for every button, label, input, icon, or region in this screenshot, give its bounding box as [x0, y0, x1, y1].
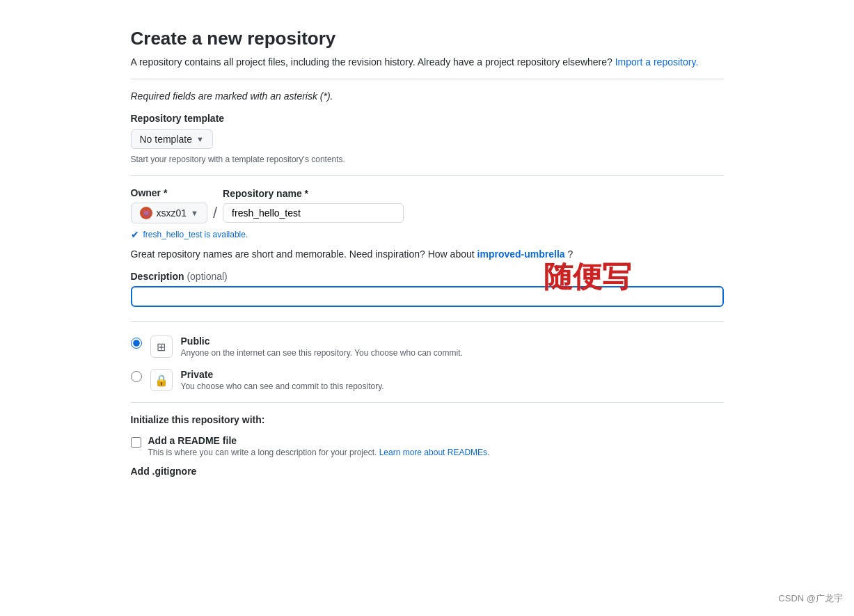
readme-content: Add a README file This is where you can … — [148, 435, 724, 457]
availability-text: fresh_hello_test is available. — [143, 230, 248, 239]
readme-title: Add a README file — [148, 435, 724, 446]
divider-top — [131, 79, 724, 79]
template-selected-value: No template — [140, 134, 192, 145]
readme-checkbox[interactable] — [131, 437, 141, 448]
inspiration-text: Great repository names are short and mem… — [131, 248, 724, 260]
template-section: Repository template No template ▼ Start … — [131, 113, 724, 164]
owner-avatar: 👾 — [140, 207, 152, 219]
private-content: Private You choose who can see and commi… — [181, 369, 724, 391]
page-subtitle: A repository contains all project files,… — [131, 56, 724, 68]
private-label: Private — [181, 369, 724, 380]
gitignore-section: Add .gitignore — [131, 466, 724, 477]
init-section: Initialize this repository with: Add a R… — [131, 414, 724, 457]
availability-message: ✔ fresh_hello_test is available. — [131, 229, 724, 240]
repo-column: Repository name * — [223, 188, 404, 223]
owner-column: Owner * 👾 xsxz01 ▼ — [131, 187, 207, 223]
owner-label: Owner * — [131, 187, 207, 198]
import-link[interactable]: Import a repository. — [615, 56, 699, 68]
optional-text: (optional) — [187, 271, 227, 282]
private-radio[interactable] — [131, 371, 142, 382]
gitignore-label: Add .gitignore — [131, 466, 724, 477]
readme-description: This is where you can write a long descr… — [148, 448, 724, 457]
readme-learn-more-link[interactable]: Learn more about READMEs. — [379, 448, 490, 457]
public-label: Public — [181, 335, 724, 347]
divider-description — [131, 321, 724, 322]
required-note: Required fields are marked with an aster… — [131, 90, 724, 102]
private-option: 🔒 Private You choose who can see and com… — [131, 369, 724, 391]
public-description: Anyone on the internet can see this repo… — [181, 348, 724, 358]
check-icon: ✔ — [131, 229, 139, 240]
public-radio[interactable] — [131, 338, 142, 349]
lock-icon: 🔒 — [150, 369, 173, 391]
owner-repo-row: Owner * 👾 xsxz01 ▼ / Repository name * — [131, 187, 724, 223]
public-content: Public Anyone on the internet can see th… — [181, 335, 724, 358]
description-section: Description (optional) — [131, 271, 724, 307]
template-label: Repository template — [131, 113, 724, 124]
owner-selected: xsxz01 — [157, 207, 187, 219]
template-helper-text: Start your repository with a template re… — [131, 155, 724, 164]
description-input[interactable] — [131, 286, 724, 307]
visibility-section: ⊞ Public Anyone on the internet can see … — [131, 335, 724, 391]
divider-template — [131, 175, 724, 176]
private-description: You choose who can see and commit to thi… — [181, 381, 724, 391]
slash-separator: / — [213, 204, 217, 222]
repo-name-input[interactable] — [223, 203, 404, 223]
suggestion-link[interactable]: improved-umbrella — [477, 248, 565, 260]
owner-dropdown-button[interactable]: 👾 xsxz01 ▼ — [131, 203, 207, 223]
description-label: Description (optional) — [131, 271, 724, 282]
chevron-down-icon: ▼ — [196, 135, 204, 143]
init-label: Initialize this repository with: — [131, 414, 724, 425]
page-title: Create a new repository — [131, 28, 724, 49]
template-dropdown-button[interactable]: No template ▼ — [131, 129, 213, 149]
public-option: ⊞ Public Anyone on the internet can see … — [131, 335, 724, 358]
chevron-down-icon: ▼ — [191, 209, 198, 217]
repo-label: Repository name * — [223, 188, 404, 199]
public-icon: ⊞ — [150, 335, 173, 358]
divider-visibility — [131, 402, 724, 403]
readme-option: Add a README file This is where you can … — [131, 435, 724, 457]
